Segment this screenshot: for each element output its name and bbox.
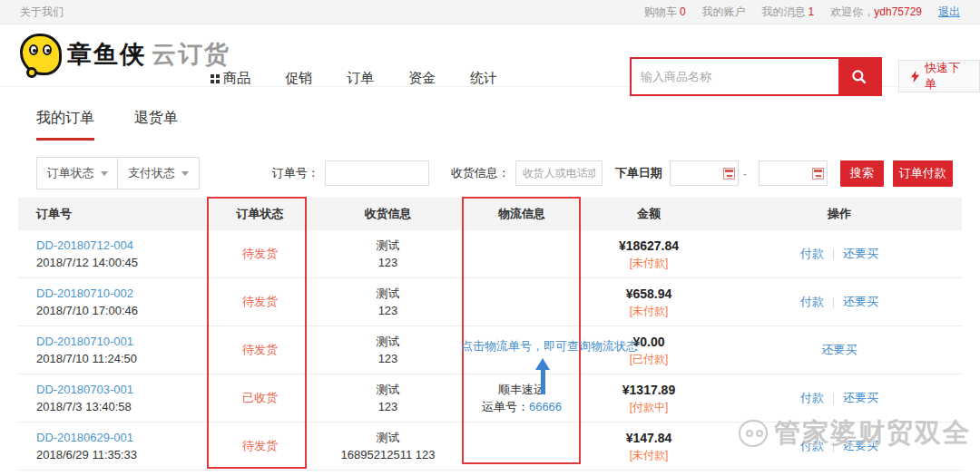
about-us-link[interactable]: 关于我们: [20, 5, 64, 20]
order-no-link[interactable]: DD-20180710-002: [36, 285, 133, 302]
filter-search-button[interactable]: 搜索: [840, 160, 884, 187]
nav-item-stats[interactable]: 统计: [470, 70, 497, 87]
receiver-name: 测试: [377, 431, 400, 444]
rebuy-action-link[interactable]: 还要买: [822, 343, 858, 356]
main-header: 章鱼侠云订货 商品 促销 订单 资金 统计 快速下单: [0, 24, 980, 87]
welcome-text: 欢迎你，ydh75729: [830, 5, 922, 20]
logistics-tip-text: 点击物流单号，即可查询物流状态: [461, 338, 638, 355]
order-datetime: 2018/7/3 13:40:58: [36, 400, 132, 413]
order-datetime: 2018/7/12 14:00:45: [36, 256, 138, 269]
rebuy-action-link[interactable]: 还要买: [843, 247, 878, 260]
magnifier-icon: [850, 68, 868, 86]
order-tabs: 我的订单 退货单: [36, 109, 178, 141]
pay-action-link[interactable]: 付款: [800, 391, 824, 404]
action-divider: [833, 297, 834, 308]
order-status: 待发货: [207, 438, 313, 454]
messages-count: 1: [808, 5, 815, 18]
cart-label: 购物车: [644, 5, 677, 18]
calendar-icon[interactable]: [723, 168, 735, 180]
chevron-down-icon: [101, 171, 108, 176]
table-row: DD-20180710-0022018/7/10 17:00:46 待发货 测试…: [18, 278, 962, 326]
waybill-label: 运单号：: [482, 400, 529, 413]
order-status: 待发货: [207, 246, 313, 262]
table-row: DD-20180712-0042018/7/12 14:00:45 待发货 测试…: [18, 230, 962, 278]
order-no-link[interactable]: DD-20180712-004: [36, 237, 133, 254]
brand-name-bold: 章鱼侠: [67, 38, 146, 71]
order-no-link[interactable]: DD-20180710-001: [36, 333, 133, 350]
order-amount: ¥147.84: [626, 431, 672, 445]
pay-status-badge: [未付款]: [630, 449, 669, 461]
col-header-order-no: 订单号: [18, 206, 207, 222]
order-no-link[interactable]: DD-20180629-001: [36, 429, 133, 446]
pay-status-badge: [付款中]: [630, 401, 669, 413]
receiver-detail: 123: [378, 352, 398, 365]
pay-action-link[interactable]: 付款: [800, 247, 824, 260]
messages-label: 我的消息: [762, 5, 806, 18]
date-from-field: [670, 160, 739, 186]
col-header-receiver: 收货信息: [313, 206, 463, 222]
order-datetime: 2018/7/10 11:24:50: [36, 352, 137, 365]
rebuy-action-link[interactable]: 还要买: [843, 439, 878, 452]
order-status: 待发货: [207, 294, 313, 310]
order-status: 待发货: [207, 342, 313, 358]
nav-item-funds[interactable]: 资金: [408, 70, 436, 87]
receiver-detail: 123: [378, 400, 398, 413]
receiver-info-label: 收货信息：: [451, 165, 510, 181]
waybill-no-link[interactable]: 66666: [529, 400, 562, 413]
logout-link[interactable]: 退出: [938, 5, 960, 20]
order-no-label: 订单号：: [272, 165, 319, 181]
chevron-down-icon: [181, 171, 189, 176]
octopus-mascot-icon: [20, 34, 62, 75]
table-row: DD-20180703-0012018/7/3 13:40:58 已收货 测试1…: [18, 374, 962, 423]
order-management-page: 关于我们 购物车0 我的账户 我的消息1 欢迎你，ydh75729 退出 章鱼侠…: [0, 0, 980, 476]
action-divider: [833, 393, 834, 404]
grid-icon: [211, 74, 214, 78]
brand-logo[interactable]: 章鱼侠云订货: [20, 34, 230, 75]
table-row: DD-20180629-0012018/6/29 11:35:33 待发货 测试…: [18, 423, 962, 471]
order-datetime: 2018/6/29 11:35:33: [36, 448, 137, 461]
rebuy-action-link[interactable]: 还要买: [843, 391, 878, 404]
receiver-name: 测试: [377, 335, 400, 348]
rebuy-action-link[interactable]: 还要买: [843, 295, 878, 308]
calendar-icon[interactable]: [812, 168, 824, 180]
search-submit-button[interactable]: [838, 59, 880, 94]
cart-count: 0: [680, 5, 686, 18]
my-messages-link[interactable]: 我的消息1: [762, 5, 815, 20]
pay-action-link[interactable]: 付款: [800, 439, 824, 452]
order-amount: ¥18627.84: [619, 238, 679, 253]
table-header-row: 订单号 订单状态 收货信息 物流信息 金额 操作: [18, 198, 962, 230]
receiver-detail: 16895212511 123: [341, 448, 436, 461]
tab-my-orders[interactable]: 我的订单: [36, 109, 94, 141]
my-account-link[interactable]: 我的账户: [702, 5, 746, 20]
pay-status-dropdown[interactable]: 支付状态: [117, 157, 199, 189]
order-datetime: 2018/7/10 17:00:46: [36, 304, 138, 317]
quick-order-button[interactable]: 快速下单: [898, 60, 980, 92]
action-divider: [833, 442, 834, 452]
product-search-box: [630, 57, 882, 96]
tab-returns[interactable]: 退货单: [134, 109, 178, 141]
receiver-detail: 123: [378, 256, 398, 269]
col-header-amount: 金额: [581, 206, 717, 222]
nav-item-promotions[interactable]: 促销: [285, 70, 312, 87]
action-divider: [833, 249, 834, 260]
utility-topbar: 关于我们 购物车0 我的账户 我的消息1 欢迎你，ydh75729 退出: [0, 0, 980, 24]
col-header-order-status: 订单状态: [207, 206, 313, 222]
pay-action-link[interactable]: 付款: [800, 295, 824, 308]
date-range-separator: -: [743, 167, 747, 180]
pay-status-badge: [未付款]: [630, 305, 669, 317]
search-input[interactable]: [632, 59, 838, 94]
order-status: 已收货: [207, 390, 313, 406]
order-amount: ¥1317.89: [622, 383, 675, 397]
nav-item-orders[interactable]: 订单: [347, 70, 374, 87]
order-amount: ¥658.94: [626, 287, 672, 301]
receiver-info-input[interactable]: [515, 160, 603, 186]
nav-item-products[interactable]: 商品: [211, 70, 250, 87]
order-no-link[interactable]: DD-20180703-001: [36, 381, 133, 398]
lightning-icon: [911, 70, 919, 83]
order-pay-button[interactable]: 订单付款: [893, 160, 953, 187]
order-status-dropdown[interactable]: 订单状态: [36, 157, 118, 189]
order-no-input[interactable]: [325, 160, 429, 186]
receiver-name: 测试: [377, 238, 400, 252]
cart-link[interactable]: 购物车0: [644, 5, 686, 20]
filter-bar: 订单状态 支付状态 订单号： 收货信息： 下单日期 - 搜索 订单付款: [36, 157, 953, 189]
